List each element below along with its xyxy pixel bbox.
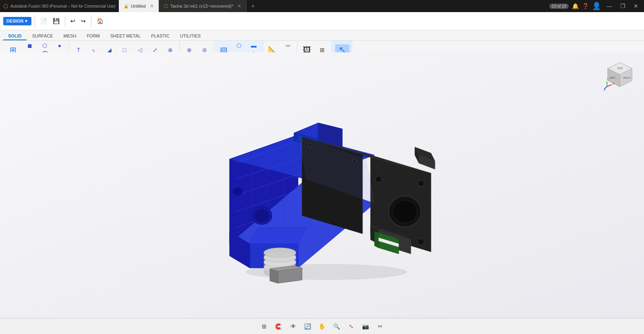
angle-plane-button[interactable]: ⬡ <box>232 41 246 50</box>
toolbar-top: DESIGN ▾ 📄 💾 ↩ ↪ 🏠 <box>0 12 644 30</box>
notification-icon[interactable]: 🔔 <box>572 3 579 9</box>
maximize-button[interactable]: ❐ <box>618 2 628 10</box>
combine-icon: ⊕ <box>168 47 173 53</box>
model-area <box>0 52 644 318</box>
press-pull-icon: ⤒ <box>76 47 81 53</box>
new-button[interactable]: 📄 <box>38 17 49 25</box>
tab-form[interactable]: FORM <box>82 32 104 40</box>
joint-icon: ⊗ <box>187 47 192 53</box>
titlebar-right: 10 of 10 🔔 ❓ 👤 — ❐ ✕ <box>549 2 641 10</box>
lock-icon: 🔒 <box>124 4 128 8</box>
viewport: TOP RIGHT LEFT X Y Z <box>0 52 644 334</box>
interference-button[interactable]: ⇔ <box>281 41 295 50</box>
undo-button[interactable]: ↩ <box>68 17 77 25</box>
app-logo-icon: ⬡ <box>3 3 8 9</box>
tab-untitled-label: Untitled <box>131 4 146 8</box>
tab-utilities[interactable]: UTILITIES <box>175 32 205 40</box>
close-button[interactable]: ✕ <box>631 2 641 10</box>
help-icon[interactable]: ❓ <box>582 3 589 9</box>
nav-tabs: SOLID SURFACE MESH FORM SHEET METAL PLAS… <box>0 30 644 41</box>
add-tab-button[interactable]: ＋ <box>246 0 259 12</box>
app-title: Autodesk Fusion 360 (Personal – Not for … <box>10 4 116 8</box>
midplane-icon: ▬ <box>251 43 257 48</box>
bottom-toolbar: ⊞ 🧲 👁 🔄 ✋ 🔍 ⤡ 📷 ✂ <box>0 318 644 334</box>
shell-icon: □ <box>123 47 126 53</box>
save-button[interactable]: 💾 <box>51 17 62 25</box>
zoom-button[interactable]: 🔍 <box>331 321 342 332</box>
snap-button[interactable]: 🧲 <box>273 321 284 332</box>
toolbar-separator-3 <box>91 15 91 27</box>
tab-mesh[interactable]: MESH <box>59 32 81 40</box>
cylinder-button[interactable]: ⬡ <box>37 41 52 50</box>
svg-marker-33 <box>250 228 306 244</box>
grid-button[interactable]: ⊞ <box>259 321 270 332</box>
cylinder-icon: ⬡ <box>42 43 47 48</box>
tab-count-badge: 10 of 10 <box>549 4 569 9</box>
home-button[interactable]: 🏠 <box>95 17 106 25</box>
angle-plane-icon: ⬡ <box>236 43 241 48</box>
design-caret-icon: ▾ <box>25 19 27 24</box>
titlebar: ⬡ Autodesk Fusion 360 (Personal – Not fo… <box>0 0 644 12</box>
section-button[interactable]: ✂ <box>375 321 386 332</box>
display-button[interactable]: 👁 <box>288 321 299 332</box>
svg-point-46 <box>418 180 424 187</box>
tab-untitled[interactable]: 🔒 Untitled ✕ <box>119 0 159 12</box>
tab-plastic[interactable]: PLASTIC <box>146 32 174 40</box>
tab-solid[interactable]: SOLID <box>3 32 27 40</box>
sphere-button[interactable]: ● <box>52 41 67 50</box>
pan-button[interactable]: ✋ <box>317 321 328 332</box>
fillet-icon: ╮ <box>92 47 95 53</box>
design-label: DESIGN <box>6 19 23 23</box>
tab-tacha[interactable]: ⬡ Tacha 3d mk1 (v13~recovered)* ✕ <box>159 0 246 12</box>
draft-icon: ◁ <box>138 47 142 53</box>
camera-button[interactable]: 📷 <box>360 321 371 332</box>
sphere-icon: ● <box>58 43 61 48</box>
redo-button[interactable]: ↪ <box>79 17 88 25</box>
design-dropdown-button[interactable]: DESIGN ▾ <box>3 17 31 25</box>
as-built-icon: ⊘ <box>202 47 207 53</box>
toolbar-separator-1 <box>35 15 35 27</box>
interference-icon: ⇔ <box>286 43 290 48</box>
svg-point-29 <box>255 209 269 222</box>
tacha-icon: ⬡ <box>164 3 168 9</box>
svg-point-47 <box>418 239 424 245</box>
titlebar-tabs: 🔒 Untitled ✕ ⬡ Tacha 3d mk1 (v13~recover… <box>119 0 546 12</box>
minimize-button[interactable]: — <box>604 2 615 10</box>
tab-untitled-close[interactable]: ✕ <box>150 3 154 9</box>
tab-tacha-label: Tacha 3d mk1 (v13~recovered)* <box>170 4 233 8</box>
chamfer-icon: ◢ <box>107 47 112 53</box>
titlebar-left: ⬡ Autodesk Fusion 360 (Personal – Not fo… <box>3 3 116 9</box>
svg-point-48 <box>375 176 382 183</box>
box-icon: ◼ <box>27 43 32 48</box>
svg-point-30 <box>233 187 242 195</box>
scale-icon: ⤢ <box>153 47 157 53</box>
svg-point-51 <box>393 200 417 223</box>
orbit-button[interactable]: 🔄 <box>302 321 313 332</box>
tab-sheet-metal[interactable]: SHEET METAL <box>106 32 145 40</box>
tab-tacha-close[interactable]: ✕ <box>237 3 241 9</box>
fit-button[interactable]: ⤡ <box>346 321 357 332</box>
tab-surface[interactable]: SURFACE <box>27 32 58 40</box>
toolbar-separator-2 <box>65 15 65 27</box>
insert-svg-icon: ⊞ <box>320 47 325 53</box>
svg-marker-59 <box>375 232 379 248</box>
midplane-button[interactable]: ▬ <box>246 41 261 50</box>
user-icon[interactable]: 👤 <box>592 2 601 10</box>
box-button[interactable]: ◼ <box>23 41 37 50</box>
model-svg <box>181 75 463 296</box>
